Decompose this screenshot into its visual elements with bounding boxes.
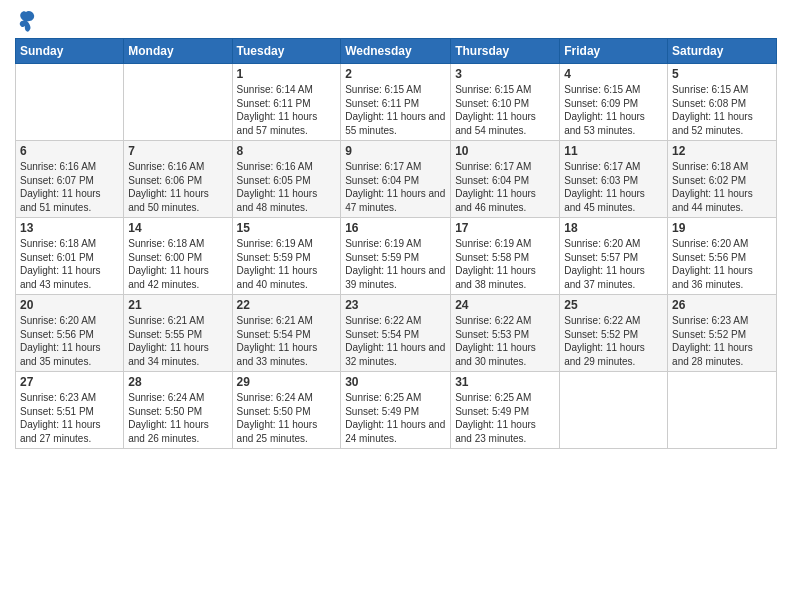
day-number: 27: [20, 375, 119, 389]
day-number: 19: [672, 221, 772, 235]
day-info: Sunrise: 6:20 AM Sunset: 5:57 PM Dayligh…: [564, 237, 663, 291]
day-number: 14: [128, 221, 227, 235]
calendar-day-header: Monday: [124, 39, 232, 64]
calendar-day-header: Friday: [560, 39, 668, 64]
calendar-cell: 12Sunrise: 6:18 AM Sunset: 6:02 PM Dayli…: [668, 141, 777, 218]
calendar-cell: 17Sunrise: 6:19 AM Sunset: 5:58 PM Dayli…: [451, 218, 560, 295]
calendar-cell: 2Sunrise: 6:15 AM Sunset: 6:11 PM Daylig…: [341, 64, 451, 141]
day-number: 31: [455, 375, 555, 389]
calendar-day-header: Sunday: [16, 39, 124, 64]
day-number: 20: [20, 298, 119, 312]
calendar-cell: 31Sunrise: 6:25 AM Sunset: 5:49 PM Dayli…: [451, 372, 560, 449]
calendar-cell: 11Sunrise: 6:17 AM Sunset: 6:03 PM Dayli…: [560, 141, 668, 218]
day-number: 23: [345, 298, 446, 312]
calendar-day-header: Wednesday: [341, 39, 451, 64]
day-info: Sunrise: 6:22 AM Sunset: 5:53 PM Dayligh…: [455, 314, 555, 368]
day-info: Sunrise: 6:18 AM Sunset: 6:01 PM Dayligh…: [20, 237, 119, 291]
day-info: Sunrise: 6:21 AM Sunset: 5:55 PM Dayligh…: [128, 314, 227, 368]
calendar-cell: 1Sunrise: 6:14 AM Sunset: 6:11 PM Daylig…: [232, 64, 341, 141]
day-info: Sunrise: 6:17 AM Sunset: 6:04 PM Dayligh…: [345, 160, 446, 214]
day-info: Sunrise: 6:23 AM Sunset: 5:51 PM Dayligh…: [20, 391, 119, 445]
calendar-cell: 10Sunrise: 6:17 AM Sunset: 6:04 PM Dayli…: [451, 141, 560, 218]
day-info: Sunrise: 6:17 AM Sunset: 6:03 PM Dayligh…: [564, 160, 663, 214]
calendar-day-header: Thursday: [451, 39, 560, 64]
day-number: 13: [20, 221, 119, 235]
calendar-cell: 25Sunrise: 6:22 AM Sunset: 5:52 PM Dayli…: [560, 295, 668, 372]
day-number: 12: [672, 144, 772, 158]
day-info: Sunrise: 6:17 AM Sunset: 6:04 PM Dayligh…: [455, 160, 555, 214]
calendar-cell: 30Sunrise: 6:25 AM Sunset: 5:49 PM Dayli…: [341, 372, 451, 449]
day-info: Sunrise: 6:14 AM Sunset: 6:11 PM Dayligh…: [237, 83, 337, 137]
day-number: 7: [128, 144, 227, 158]
calendar-cell: 16Sunrise: 6:19 AM Sunset: 5:59 PM Dayli…: [341, 218, 451, 295]
day-number: 5: [672, 67, 772, 81]
day-info: Sunrise: 6:18 AM Sunset: 6:00 PM Dayligh…: [128, 237, 227, 291]
calendar-day-header: Tuesday: [232, 39, 341, 64]
calendar-cell: 21Sunrise: 6:21 AM Sunset: 5:55 PM Dayli…: [124, 295, 232, 372]
day-info: Sunrise: 6:23 AM Sunset: 5:52 PM Dayligh…: [672, 314, 772, 368]
day-number: 17: [455, 221, 555, 235]
day-number: 26: [672, 298, 772, 312]
day-info: Sunrise: 6:21 AM Sunset: 5:54 PM Dayligh…: [237, 314, 337, 368]
calendar-cell: 9Sunrise: 6:17 AM Sunset: 6:04 PM Daylig…: [341, 141, 451, 218]
day-number: 28: [128, 375, 227, 389]
calendar-week-row: 1Sunrise: 6:14 AM Sunset: 6:11 PM Daylig…: [16, 64, 777, 141]
day-info: Sunrise: 6:24 AM Sunset: 5:50 PM Dayligh…: [128, 391, 227, 445]
day-info: Sunrise: 6:15 AM Sunset: 6:09 PM Dayligh…: [564, 83, 663, 137]
calendar-week-row: 27Sunrise: 6:23 AM Sunset: 5:51 PM Dayli…: [16, 372, 777, 449]
day-number: 10: [455, 144, 555, 158]
day-number: 4: [564, 67, 663, 81]
calendar-cell: 15Sunrise: 6:19 AM Sunset: 5:59 PM Dayli…: [232, 218, 341, 295]
calendar-cell: 13Sunrise: 6:18 AM Sunset: 6:01 PM Dayli…: [16, 218, 124, 295]
calendar-day-header: Saturday: [668, 39, 777, 64]
day-info: Sunrise: 6:19 AM Sunset: 5:59 PM Dayligh…: [345, 237, 446, 291]
calendar-cell: 23Sunrise: 6:22 AM Sunset: 5:54 PM Dayli…: [341, 295, 451, 372]
calendar-week-row: 13Sunrise: 6:18 AM Sunset: 6:01 PM Dayli…: [16, 218, 777, 295]
day-number: 25: [564, 298, 663, 312]
day-info: Sunrise: 6:16 AM Sunset: 6:05 PM Dayligh…: [237, 160, 337, 214]
day-number: 29: [237, 375, 337, 389]
day-number: 22: [237, 298, 337, 312]
calendar-cell: [124, 64, 232, 141]
day-number: 24: [455, 298, 555, 312]
calendar-cell: [560, 372, 668, 449]
calendar-cell: 24Sunrise: 6:22 AM Sunset: 5:53 PM Dayli…: [451, 295, 560, 372]
day-number: 11: [564, 144, 663, 158]
day-info: Sunrise: 6:15 AM Sunset: 6:08 PM Dayligh…: [672, 83, 772, 137]
calendar-cell: 8Sunrise: 6:16 AM Sunset: 6:05 PM Daylig…: [232, 141, 341, 218]
day-number: 18: [564, 221, 663, 235]
day-info: Sunrise: 6:19 AM Sunset: 5:58 PM Dayligh…: [455, 237, 555, 291]
calendar-cell: 7Sunrise: 6:16 AM Sunset: 6:06 PM Daylig…: [124, 141, 232, 218]
header: [15, 10, 777, 32]
calendar-cell: 18Sunrise: 6:20 AM Sunset: 5:57 PM Dayli…: [560, 218, 668, 295]
calendar-week-row: 20Sunrise: 6:20 AM Sunset: 5:56 PM Dayli…: [16, 295, 777, 372]
day-number: 3: [455, 67, 555, 81]
page: SundayMondayTuesdayWednesdayThursdayFrid…: [0, 0, 792, 612]
calendar-table: SundayMondayTuesdayWednesdayThursdayFrid…: [15, 38, 777, 449]
calendar-cell: 26Sunrise: 6:23 AM Sunset: 5:52 PM Dayli…: [668, 295, 777, 372]
day-number: 1: [237, 67, 337, 81]
calendar-cell: 4Sunrise: 6:15 AM Sunset: 6:09 PM Daylig…: [560, 64, 668, 141]
calendar-header-row: SundayMondayTuesdayWednesdayThursdayFrid…: [16, 39, 777, 64]
day-number: 30: [345, 375, 446, 389]
logo-bird-icon: [17, 10, 35, 32]
calendar-cell: 19Sunrise: 6:20 AM Sunset: 5:56 PM Dayli…: [668, 218, 777, 295]
day-number: 16: [345, 221, 446, 235]
day-number: 6: [20, 144, 119, 158]
day-info: Sunrise: 6:16 AM Sunset: 6:07 PM Dayligh…: [20, 160, 119, 214]
calendar-week-row: 6Sunrise: 6:16 AM Sunset: 6:07 PM Daylig…: [16, 141, 777, 218]
calendar-cell: [668, 372, 777, 449]
day-info: Sunrise: 6:15 AM Sunset: 6:11 PM Dayligh…: [345, 83, 446, 137]
day-info: Sunrise: 6:20 AM Sunset: 5:56 PM Dayligh…: [20, 314, 119, 368]
day-number: 21: [128, 298, 227, 312]
day-info: Sunrise: 6:18 AM Sunset: 6:02 PM Dayligh…: [672, 160, 772, 214]
day-info: Sunrise: 6:15 AM Sunset: 6:10 PM Dayligh…: [455, 83, 555, 137]
calendar-cell: 27Sunrise: 6:23 AM Sunset: 5:51 PM Dayli…: [16, 372, 124, 449]
day-number: 2: [345, 67, 446, 81]
calendar-cell: 5Sunrise: 6:15 AM Sunset: 6:08 PM Daylig…: [668, 64, 777, 141]
day-info: Sunrise: 6:22 AM Sunset: 5:52 PM Dayligh…: [564, 314, 663, 368]
day-info: Sunrise: 6:16 AM Sunset: 6:06 PM Dayligh…: [128, 160, 227, 214]
calendar-cell: 14Sunrise: 6:18 AM Sunset: 6:00 PM Dayli…: [124, 218, 232, 295]
day-info: Sunrise: 6:19 AM Sunset: 5:59 PM Dayligh…: [237, 237, 337, 291]
logo: [15, 10, 35, 32]
